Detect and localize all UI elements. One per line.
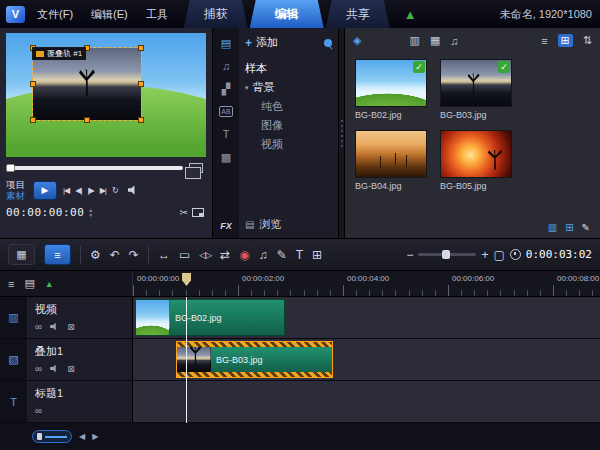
thumbnail-image[interactable]: ✓	[440, 59, 512, 107]
overlay-selection[interactable]: 覆叠轨 #1	[33, 48, 141, 120]
menu-tools[interactable]: 工具	[146, 7, 168, 22]
crop-icon[interactable]: ▭	[179, 248, 190, 262]
mode-project[interactable]: 项目	[6, 179, 25, 190]
resize-handle[interactable]	[84, 117, 90, 123]
category-audio-icon[interactable]: ♫	[222, 60, 230, 72]
scroll-right-icon[interactable]: ▶	[92, 432, 98, 441]
category-media-icon[interactable]: ▤	[221, 37, 231, 49]
zoom-slider-thumb[interactable]	[442, 250, 450, 259]
thumbnail-image[interactable]	[440, 130, 512, 178]
tab-share[interactable]: 共享	[326, 0, 390, 28]
ripple-link-icon[interactable]: ∞	[35, 405, 42, 416]
undo-icon[interactable]: ↶	[110, 248, 120, 262]
enlarge-preview-icon[interactable]	[192, 208, 204, 217]
next-frame-button[interactable]: |▶	[87, 186, 93, 195]
sound-mixer-icon[interactable]: ♫	[259, 248, 268, 262]
category-title-icon[interactable]: AB	[219, 106, 232, 117]
fit-project-icon[interactable]: ▢	[493, 248, 504, 262]
video-track-lane[interactable]: BG-B02.jpg	[133, 297, 600, 338]
timeline-clip-video[interactable]: BG-B02.jpg	[135, 299, 285, 336]
smart-gallery-icon[interactable]: ◈	[353, 34, 361, 47]
trim-icon[interactable]: ↔	[158, 248, 170, 262]
tree-item-samples[interactable]: 样本	[245, 59, 332, 78]
gallery-item[interactable]: ✓ BG-B03.jpg	[440, 59, 512, 120]
list-view-icon[interactable]: ≡	[541, 35, 547, 47]
timeline-view-button[interactable]: ≡	[44, 244, 71, 265]
timeline-clip-overlay-selected[interactable]: BG-B03.jpg	[176, 341, 333, 378]
tree-item-video[interactable]: 视频	[245, 135, 332, 154]
overlay-track-icon[interactable]: ▧	[0, 339, 28, 380]
tab-capture[interactable]: 捕获	[184, 0, 248, 28]
preview-timecode[interactable]: 00:00:00:00	[6, 206, 84, 219]
timecode-spinner[interactable]: ▲ ▼	[88, 208, 93, 217]
resize-handle[interactable]	[138, 117, 144, 123]
spin-down-icon[interactable]: ▼	[88, 213, 93, 218]
scroll-left-icon[interactable]: ◀	[79, 432, 85, 441]
zoom-in-icon[interactable]: +	[481, 248, 488, 262]
video-track-icon[interactable]: ▥	[0, 297, 28, 338]
pin-icon[interactable]	[324, 39, 332, 47]
clock-icon[interactable]	[510, 249, 521, 260]
tree-item-background[interactable]: ▾ 背景	[245, 78, 332, 97]
tab-edit[interactable]: 编辑	[250, 0, 324, 28]
add-folder-label[interactable]: 添加	[256, 35, 278, 50]
storyboard-view-button[interactable]: ▦	[8, 244, 35, 265]
swap-tracks-icon[interactable]: ⇄	[220, 248, 230, 262]
video-track-header[interactable]: 视频 ∞ ⊠	[28, 297, 133, 338]
repeat-button[interactable]: ↻	[112, 186, 118, 195]
resize-handle[interactable]	[30, 117, 36, 123]
thumbnail-image[interactable]	[355, 130, 427, 178]
playhead-line[interactable]	[186, 297, 187, 423]
filter-audio-icon[interactable]: ♫	[450, 35, 458, 47]
thumbnail-image[interactable]: ✓	[355, 59, 427, 107]
record-capture-icon[interactable]: ◉	[239, 248, 249, 262]
ripple-link-icon[interactable]: ∞	[35, 363, 42, 374]
sort-icon[interactable]: ⇅	[583, 34, 592, 47]
track-exclude-icon[interactable]: ⊠	[67, 322, 75, 332]
prev-frame-button[interactable]: ◀|	[75, 186, 81, 195]
timeline-zoom-thumb[interactable]	[37, 433, 42, 440]
title-track-lane[interactable]	[133, 381, 600, 422]
category-fx-icon[interactable]: FX	[220, 220, 232, 232]
track-manager-icon[interactable]: ≡	[8, 278, 14, 290]
resize-handle[interactable]	[138, 81, 144, 87]
title-track-header[interactable]: 标题1 ∞	[28, 381, 133, 422]
tools-icon[interactable]: ⚙	[90, 248, 101, 262]
grid-view-icon[interactable]: ⊞	[558, 34, 573, 47]
go-end-button[interactable]: ▶|	[100, 186, 106, 195]
gallery-item[interactable]: ✓ BG-B02.jpg	[355, 59, 427, 120]
title-track-icon[interactable]: T	[0, 381, 28, 422]
add-icon[interactable]: +	[245, 36, 252, 50]
library-panel-icon[interactable]: ▥	[548, 222, 557, 233]
edit-panel-icon[interactable]: ✎	[582, 222, 590, 233]
volume-icon[interactable]	[128, 185, 139, 195]
ripple-link-icon[interactable]: ∞	[35, 321, 42, 332]
browse-button[interactable]: ▤ 浏览	[245, 217, 332, 232]
split-clip-icon[interactable]: ✂	[180, 207, 188, 218]
subtitle-editor-icon[interactable]: T	[296, 248, 303, 262]
preview-viewport[interactable]: 覆叠轨 #1	[6, 33, 206, 157]
play-button[interactable]: ▶	[33, 181, 57, 200]
split-icon[interactable]: ◁▷	[199, 250, 211, 260]
add-track-icon[interactable]: ▲	[45, 279, 54, 289]
split-screen-template-icon[interactable]: ⊞	[312, 248, 322, 262]
tree-item-solid-color[interactable]: 纯色	[245, 97, 332, 116]
painting-creator-icon[interactable]: ✎	[277, 248, 287, 262]
track-media-icon[interactable]: ▤	[24, 277, 34, 290]
category-text-icon[interactable]: T	[223, 128, 230, 140]
overlay-track-header[interactable]: 叠加1 ∞ ⊠	[28, 339, 133, 380]
filter-video-icon[interactable]: ▥	[409, 34, 419, 47]
menu-edit[interactable]: 编辑(E)	[91, 7, 128, 22]
track-exclude-icon[interactable]: ⊠	[67, 364, 75, 374]
preview-scrubber[interactable]	[6, 166, 183, 170]
track-mute-icon[interactable]	[50, 365, 59, 373]
timeline-ruler[interactable]: 00:00:00:00 00:00:02:00 00:00:04:00 00:0…	[133, 271, 600, 296]
category-transition-icon[interactable]: ▞	[222, 83, 230, 95]
zoom-slider[interactable]	[418, 253, 476, 256]
track-mute-icon[interactable]	[50, 323, 59, 331]
mode-clip[interactable]: 素材	[6, 190, 25, 201]
resize-handle[interactable]	[30, 81, 36, 87]
dual-view-icon[interactable]	[189, 163, 203, 173]
timeline-zoom-widget[interactable]	[32, 430, 72, 443]
export-arrow-icon[interactable]: ▲	[404, 7, 417, 22]
